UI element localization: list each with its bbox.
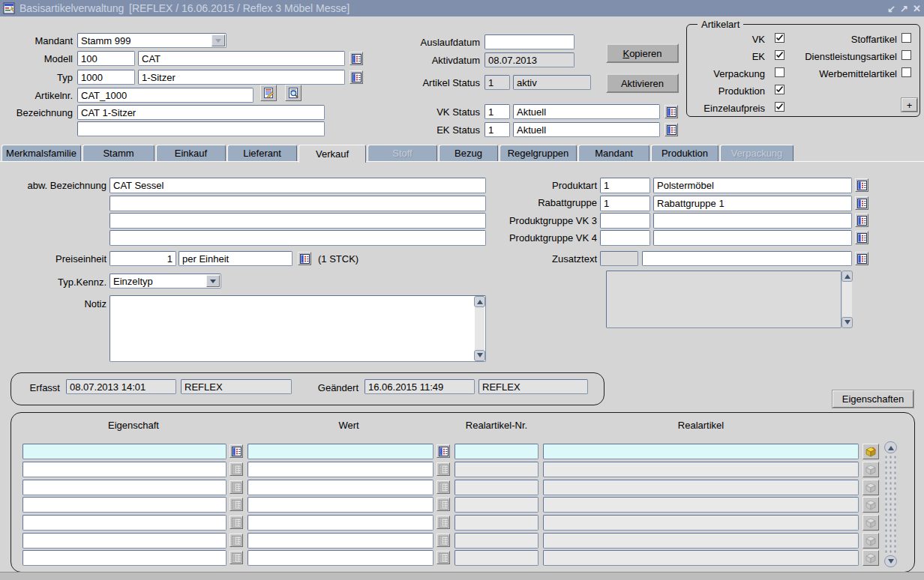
row-action-cube-button (862, 497, 879, 513)
scroll-track[interactable] (842, 282, 852, 317)
edit-document-button[interactable] (260, 85, 277, 101)
property-eigenschaft-field[interactable] (22, 462, 226, 477)
row-action-cube-button (862, 515, 879, 531)
artikelart-plus-button[interactable]: + (902, 98, 917, 112)
eigenschaft-lookup-button (230, 498, 243, 511)
property-wert-field[interactable] (248, 515, 434, 531)
eigenschaft-lookup-button[interactable] (230, 444, 243, 458)
row-action-cube-button[interactable] (862, 444, 879, 459)
produktgruppe-vk4-name-field[interactable] (653, 230, 852, 246)
rabattgruppe-lookup-button[interactable] (855, 196, 868, 210)
notiz-textarea[interactable] (110, 295, 486, 362)
property-wert-field[interactable] (248, 462, 434, 477)
typ-kennz-value: Einzeltyp (113, 276, 153, 287)
einzelaufpreis-checkbox[interactable] (775, 102, 784, 112)
property-wert-field[interactable] (248, 550, 434, 566)
produktgruppe-vk3-lookup-button[interactable] (855, 214, 868, 227)
tab-mandant[interactable]: Mandant (578, 145, 650, 161)
abw-bezeichnung-field-4[interactable] (110, 230, 486, 246)
notiz-scrollbar[interactable] (474, 296, 485, 361)
minimize-icon[interactable]: ↙ (886, 1, 897, 15)
realartikel-nr-field[interactable] (454, 444, 538, 459)
tab-lieferant[interactable]: Lieferant (227, 145, 297, 161)
rabattgruppe-code-field[interactable]: 1 (600, 196, 650, 211)
zusatztext-scrollbar[interactable] (842, 271, 853, 328)
close-icon[interactable]: ✕ (911, 1, 922, 15)
zusatztext-name-field[interactable] (642, 251, 852, 266)
wert-lookup-button[interactable] (436, 444, 450, 458)
preiseinheit-unit-field[interactable]: per Einheit (178, 251, 292, 266)
modell-code-field[interactable]: 100 (77, 51, 135, 66)
produktion-checkbox[interactable] (775, 85, 784, 94)
scroll-down-icon[interactable] (884, 555, 897, 567)
scroll-down-icon[interactable] (842, 317, 853, 328)
mandant-select[interactable]: Stamm 999 (77, 33, 226, 48)
properties-table-scrollbar[interactable] (884, 441, 897, 567)
geaendert-datetime-field: 16.06.2015 11:49 (364, 379, 475, 394)
abw-bezeichnung-field-1[interactable]: CAT Sessel (110, 178, 486, 193)
eigenschaft-lookup-button (230, 516, 243, 529)
zusatztext-lookup-button[interactable] (855, 252, 868, 265)
produktart-lookup-button[interactable] (855, 178, 868, 192)
scroll-up-icon[interactable] (842, 271, 853, 282)
property-wert-field[interactable] (248, 533, 434, 549)
aktivieren-button[interactable]: Aktivieren (606, 73, 679, 93)
property-eigenschaft-field[interactable] (22, 444, 226, 459)
produktart-code-field[interactable]: 1 (600, 178, 650, 193)
property-wert-field[interactable] (248, 480, 434, 495)
tab-einkauf[interactable]: Einkauf (156, 145, 226, 161)
property-wert-field[interactable] (248, 497, 434, 513)
tab-regelgruppen[interactable]: Regelgruppen (500, 145, 577, 161)
abw-bezeichnung-field-2[interactable] (110, 196, 486, 211)
rabattgruppe-name-field[interactable]: Rabattgruppe 1 (653, 196, 852, 211)
ek-status-text-field[interactable]: Aktuell (513, 122, 660, 137)
tab-merkmalsfamilie[interactable]: Merkmalsfamilie (2, 145, 81, 161)
eigenschaften-button[interactable]: Eigenschaften (832, 390, 914, 408)
tab-bezug[interactable]: Bezug (439, 145, 498, 161)
produktart-name-field[interactable]: Polstermöbel (653, 178, 852, 193)
scroll-up-icon[interactable] (474, 296, 485, 307)
auslaufdatum-field[interactable] (484, 34, 574, 49)
stoffartikel-checkbox[interactable] (902, 33, 911, 43)
preview-search-button[interactable] (285, 85, 302, 101)
restore-icon[interactable]: ↗ (898, 1, 910, 15)
vk-status-text-field[interactable]: Aktuell (513, 104, 660, 119)
kopieren-button[interactable]: Kopieren (606, 43, 679, 63)
tab-stamm[interactable]: Stamm (82, 145, 154, 161)
ek-status-lookup-button[interactable] (664, 123, 678, 136)
produktgruppe-vk4-code-field[interactable] (600, 230, 650, 246)
vk-status-code-field[interactable]: 1 (484, 104, 510, 119)
property-eigenschaft-field[interactable] (22, 533, 226, 549)
scroll-track[interactable] (475, 307, 484, 350)
produktgruppe-vk3-code-field[interactable] (600, 213, 650, 229)
vk-status-lookup-button[interactable] (664, 105, 678, 118)
bezeichnung-field-2[interactable] (77, 121, 325, 136)
werbemittelartikel-checkbox[interactable] (902, 67, 911, 77)
property-wert-field[interactable] (248, 444, 434, 459)
scroll-up-icon[interactable] (884, 441, 897, 453)
ek-status-code-field[interactable]: 1 (484, 122, 510, 137)
bezeichnung-field-1[interactable]: CAT 1-Sitzer (77, 105, 325, 120)
tab-produktion[interactable]: Produktion (651, 145, 718, 161)
typ-lookup-button[interactable] (350, 70, 363, 84)
abw-bezeichnung-field-3[interactable] (110, 213, 486, 229)
scroll-down-icon[interactable] (474, 350, 485, 361)
modell-name-field[interactable]: CAT (138, 51, 345, 66)
tab-verkauf[interactable]: Verkauf (298, 145, 366, 163)
produktgruppe-vk4-lookup-button[interactable] (855, 231, 868, 244)
typ-kennz-select[interactable]: Einzeltyp (110, 274, 221, 289)
preiseinheit-value-field[interactable]: 1 (110, 251, 176, 266)
property-eigenschaft-field[interactable] (22, 497, 226, 513)
produktgruppe-vk3-name-field[interactable] (653, 213, 852, 229)
dienstleistungsartikel-checkbox[interactable] (902, 50, 911, 60)
typ-code-field[interactable]: 1000 (77, 70, 135, 85)
modell-lookup-button[interactable] (350, 52, 363, 65)
property-eigenschaft-field[interactable] (22, 480, 226, 495)
typ-name-field[interactable]: 1-Sitzer (138, 70, 345, 85)
scroll-track[interactable] (885, 454, 896, 555)
preiseinheit-lookup-button[interactable] (298, 252, 311, 265)
property-eigenschaft-field[interactable] (22, 550, 226, 566)
realartikel-field[interactable] (543, 444, 859, 459)
property-eigenschaft-field[interactable] (22, 515, 226, 531)
artikelnr-field[interactable]: CAT_1000 (77, 88, 254, 103)
